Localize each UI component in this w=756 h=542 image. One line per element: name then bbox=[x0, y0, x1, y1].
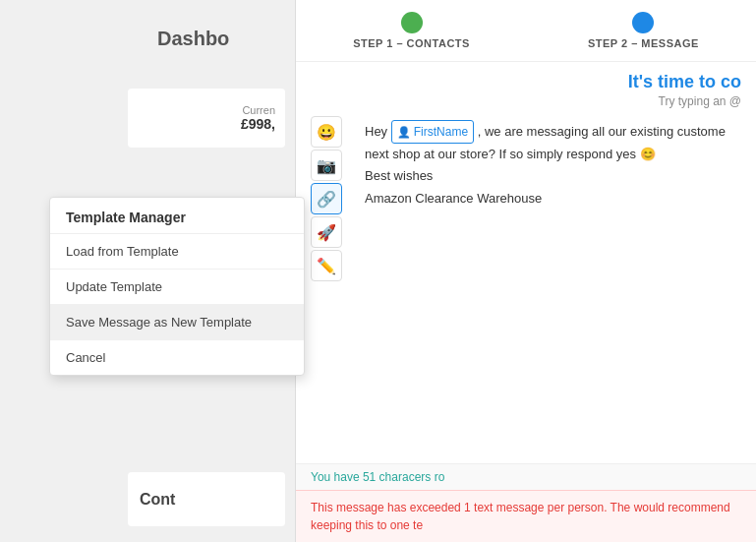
message-line1-prefix: Hey bbox=[365, 124, 391, 139]
message-line1-suffix: , we are messaging all our existing cust… bbox=[478, 124, 726, 139]
firstname-tag: 👤 FirstName bbox=[391, 120, 474, 144]
pencil-button[interactable]: ✏️ bbox=[311, 250, 342, 281]
message-toolbar: 😀 📷 🔗 🚀 ✏️ bbox=[311, 116, 342, 281]
save-template-label: Save Message as New Template bbox=[66, 315, 252, 330]
emoji-icon: 😀 bbox=[317, 123, 336, 142]
message-line4: Amazon Clearance Warehouse bbox=[365, 188, 741, 210]
step1-circle bbox=[401, 12, 423, 33]
link-button[interactable]: 🔗 bbox=[311, 183, 342, 214]
step2-circle bbox=[632, 12, 654, 33]
firstname-label: FirstName bbox=[414, 122, 468, 142]
load-template-label: Load from Template bbox=[66, 244, 179, 259]
step1-label: STEP 1 – CONTACTS bbox=[353, 37, 470, 49]
emoji-button[interactable]: 😀 bbox=[311, 116, 342, 148]
dropdown-header: Template Manager bbox=[50, 198, 304, 234]
dropdown-item-update[interactable]: Update Template bbox=[50, 270, 304, 305]
cancel-label: Cancel bbox=[66, 350, 105, 365]
template-manager-dropdown: Template Manager Load from Template Upda… bbox=[49, 197, 305, 376]
message-content: Hey 👤 FirstName , we are messaging all o… bbox=[365, 120, 741, 210]
person-icon: 👤 bbox=[397, 123, 411, 142]
camera-button[interactable]: 📷 bbox=[311, 150, 342, 181]
step1-item: STEP 1 – CONTACTS bbox=[353, 12, 470, 49]
pencil-icon: ✏️ bbox=[317, 257, 336, 275]
rocket-button[interactable]: 🚀 bbox=[311, 216, 342, 248]
message-heading: It's time to co bbox=[628, 72, 741, 92]
contacts-label: Cont bbox=[140, 491, 175, 509]
dropdown-item-cancel[interactable]: Cancel bbox=[50, 340, 304, 375]
dropdown-item-load[interactable]: Load from Template bbox=[50, 234, 304, 270]
wizard-panel: STEP 1 – CONTACTS STEP 2 – MESSAGE It's … bbox=[295, 0, 756, 542]
balance-value: £998, bbox=[241, 116, 275, 132]
message-line2: next shop at our store? If so simply res… bbox=[365, 144, 741, 165]
char-count-bar: You have 51 characers ro bbox=[296, 463, 756, 490]
camera-icon: 📷 bbox=[317, 156, 336, 175]
heading-row: It's time to co bbox=[311, 72, 741, 92]
rocket-icon: 🚀 bbox=[317, 223, 336, 242]
balance-label: Curren bbox=[242, 104, 275, 116]
warning-bar: This message has exceeded 1 text message… bbox=[296, 490, 756, 542]
contacts-card: Cont bbox=[128, 472, 285, 526]
message-line3: Best wishes bbox=[365, 165, 741, 187]
dashboard-title: Dashbo bbox=[157, 28, 229, 50]
balance-card: Curren £998, bbox=[128, 89, 285, 148]
char-count-text: You have 51 characers ro bbox=[311, 470, 444, 484]
stepper: STEP 1 – CONTACTS STEP 2 – MESSAGE bbox=[296, 0, 756, 62]
warning-text: This message has exceeded 1 text message… bbox=[311, 501, 730, 532]
dropdown-item-save[interactable]: Save Message as New Template bbox=[50, 305, 304, 340]
link-icon: 🔗 bbox=[317, 190, 336, 209]
step2-label: STEP 2 – MESSAGE bbox=[588, 37, 699, 49]
update-template-label: Update Template bbox=[66, 279, 162, 294]
message-line1: Hey 👤 FirstName , we are messaging all o… bbox=[365, 120, 741, 144]
message-area: It's time to co Try typing an @ 😀 📷 🔗 🚀 … bbox=[296, 62, 756, 463]
step2-item: STEP 2 – MESSAGE bbox=[588, 12, 699, 49]
message-subheading: Try typing an @ bbox=[311, 94, 741, 108]
